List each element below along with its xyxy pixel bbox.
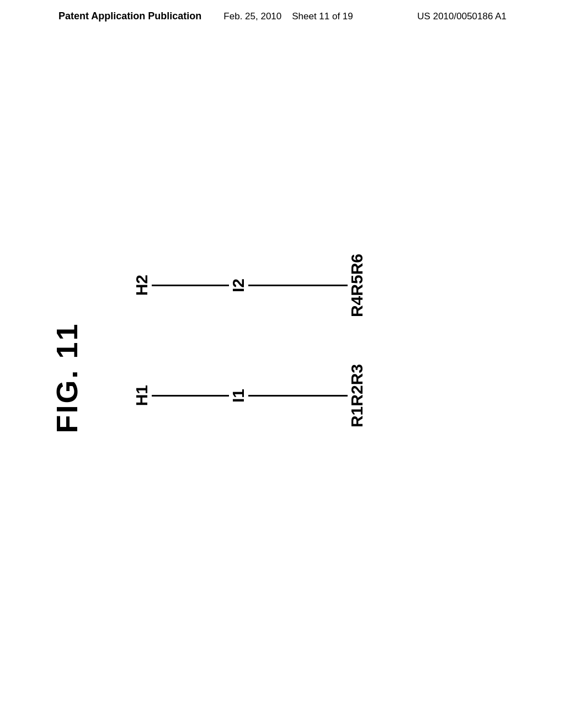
i1-node-label: I1 bbox=[229, 389, 248, 403]
page-header: Patent Application Publication Feb. 25, … bbox=[0, 10, 565, 22]
diagram-row-bottom: H1 I1 R1R2R3 bbox=[132, 364, 532, 427]
r4r5r6-node-label: R4R5R6 bbox=[348, 254, 381, 317]
h2-node-label: H2 bbox=[132, 275, 152, 296]
r1r2r3-node-label: R1R2R3 bbox=[348, 364, 381, 427]
line-i2-r4r5r6 bbox=[248, 285, 348, 286]
patent-number: US 2010/0050186 A1 bbox=[417, 11, 507, 22]
i2-node-label: I2 bbox=[229, 279, 248, 292]
publication-title: Patent Application Publication bbox=[58, 10, 201, 22]
h1-node-label: H1 bbox=[132, 385, 152, 406]
publication-date: Feb. 25, 2010 Sheet 11 of 19 bbox=[223, 11, 353, 22]
figure-area: FIG. 11 H2 I2 R4R5R6 H1 I1 R1R2R3 bbox=[33, 193, 543, 563]
line-i1-r1r2r3 bbox=[248, 395, 348, 397]
circuit-diagram: H2 I2 R4R5R6 H1 I1 R1R2R3 bbox=[132, 210, 532, 552]
line-h1-i1-left bbox=[152, 395, 229, 397]
page: Patent Application Publication Feb. 25, … bbox=[0, 0, 565, 728]
diagram-row-top: H2 I2 R4R5R6 bbox=[132, 254, 532, 317]
figure-label: FIG. 11 bbox=[50, 322, 84, 433]
line-h2-i2-left bbox=[152, 285, 229, 286]
